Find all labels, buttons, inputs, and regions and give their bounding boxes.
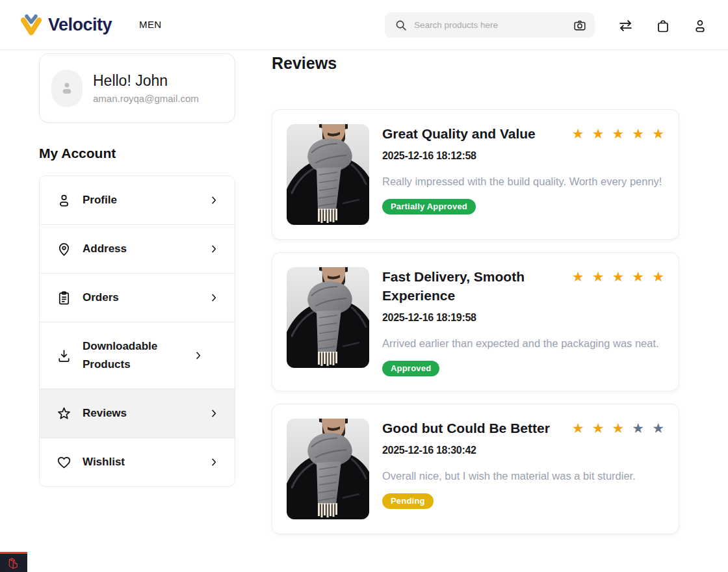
star-filled-icon: ★ [612, 269, 625, 285]
chevron-right-icon [209, 292, 219, 303]
chevron-right-icon [209, 408, 219, 419]
sidebar-item-orders[interactable]: Orders [40, 274, 235, 322]
review-card: Great Quality and Value ★★★★★ 2025-12-16… [272, 109, 679, 240]
account-button[interactable] [692, 18, 708, 34]
star-filled-icon: ★ [652, 269, 664, 285]
status-badge: Pending [382, 493, 434, 509]
star-filled-icon: ★ [632, 126, 644, 142]
cart-button[interactable] [655, 18, 671, 34]
user-icon [57, 193, 72, 208]
user-email: aman.royqa@gmail.com [93, 93, 199, 104]
chevron-right-icon [193, 350, 203, 361]
review-comment: Really impressed with the build quality.… [382, 173, 664, 190]
product-image[interactable] [287, 267, 369, 368]
star-empty-icon: ★ [632, 421, 644, 436]
user-card: Hello! John aman.royqa@gmail.com [39, 53, 235, 123]
search-bar[interactable] [385, 12, 595, 38]
star-empty-icon: ★ [652, 421, 664, 436]
sidebar-item-profile[interactable]: Profile [40, 176, 235, 225]
star-rating: ★★★★★ [572, 126, 664, 142]
sidebar-item-reviews[interactable]: Reviews [40, 389, 235, 438]
reviews-section: Reviews Great Quality and Value ★★★★★ 20… [272, 53, 679, 534]
review-title: Good but Could Be Better [382, 419, 572, 437]
review-date: 2025-12-16 18:30:42 [382, 445, 664, 456]
compare-button[interactable] [618, 18, 634, 34]
review-card: Fast Delivery, Smooth Experience ★★★★★ 2… [272, 252, 679, 391]
laravel-debugbar-toggle[interactable] [0, 552, 27, 572]
scarf-product-photo [287, 124, 369, 225]
scarf-product-photo [287, 267, 369, 368]
user-greeting: Hello! John [93, 72, 199, 90]
star-outline-icon [57, 406, 72, 421]
velocity-logo-icon [20, 14, 43, 36]
review-title: Great Quality and Value [382, 124, 572, 143]
star-filled-icon: ★ [592, 269, 604, 285]
star-rating: ★★★★★ [572, 421, 664, 436]
camera-icon [573, 18, 587, 32]
brand-name: Velocity [48, 15, 112, 35]
camera-search-button[interactable] [573, 18, 587, 32]
search-icon [394, 18, 408, 32]
avatar [51, 70, 83, 107]
page-title: Reviews [272, 53, 679, 73]
account-icon [692, 18, 708, 34]
cart-icon [655, 18, 671, 34]
review-date: 2025-12-16 18:19:58 [382, 312, 664, 324]
compare-icon [618, 18, 634, 34]
brand-logo[interactable]: Velocity [20, 14, 112, 36]
map-pin-icon [57, 242, 72, 257]
review-title: Fast Delivery, Smooth Experience [382, 267, 545, 305]
avatar-person-icon [60, 79, 74, 98]
star-filled-icon: ★ [592, 126, 604, 142]
star-filled-icon: ★ [632, 269, 644, 285]
heart-icon [57, 455, 72, 470]
review-list: Great Quality and Value ★★★★★ 2025-12-16… [272, 109, 679, 534]
nav-item-men[interactable]: MEN [139, 19, 162, 30]
my-account-heading: My Account [39, 146, 235, 161]
review-date: 2025-12-16 18:12:58 [382, 150, 664, 162]
chevron-right-icon [209, 195, 219, 205]
star-filled-icon: ★ [572, 269, 584, 285]
star-filled-icon: ★ [612, 421, 625, 436]
star-filled-icon: ★ [572, 421, 584, 436]
header: Velocity MEN [0, 0, 728, 50]
star-filled-icon: ★ [652, 126, 664, 142]
status-badge: Partially Approved [382, 199, 476, 214]
star-filled-icon: ★ [592, 421, 604, 436]
review-comment: Arrived earlier than expected and the pa… [382, 335, 664, 352]
product-image[interactable] [287, 419, 369, 519]
review-card: Good but Could Be Better ★★★★★ 2025-12-1… [272, 404, 679, 534]
chevron-right-icon [209, 457, 219, 467]
account-sidebar: Hello! John aman.royqa@gmail.com My Acco… [39, 53, 235, 487]
account-menu: Profile Address [39, 176, 235, 487]
star-filled-icon: ★ [572, 126, 584, 142]
clipboard-icon [57, 291, 72, 306]
sidebar-item-address[interactable]: Address [40, 225, 235, 274]
laravel-icon [8, 557, 20, 569]
star-rating: ★★★★★ [572, 269, 664, 285]
chevron-right-icon [209, 244, 219, 254]
status-badge: Approved [382, 361, 439, 376]
sidebar-item-downloadable-products[interactable]: Downloadable Products [40, 322, 235, 389]
review-comment: Overall nice, but I wish the material wa… [382, 467, 664, 485]
scarf-product-photo [287, 419, 369, 519]
sidebar-item-wishlist[interactable]: Wishlist [40, 438, 235, 486]
star-filled-icon: ★ [612, 126, 625, 142]
search-input[interactable] [414, 20, 573, 30]
download-icon [57, 348, 72, 363]
product-image[interactable] [287, 124, 369, 225]
